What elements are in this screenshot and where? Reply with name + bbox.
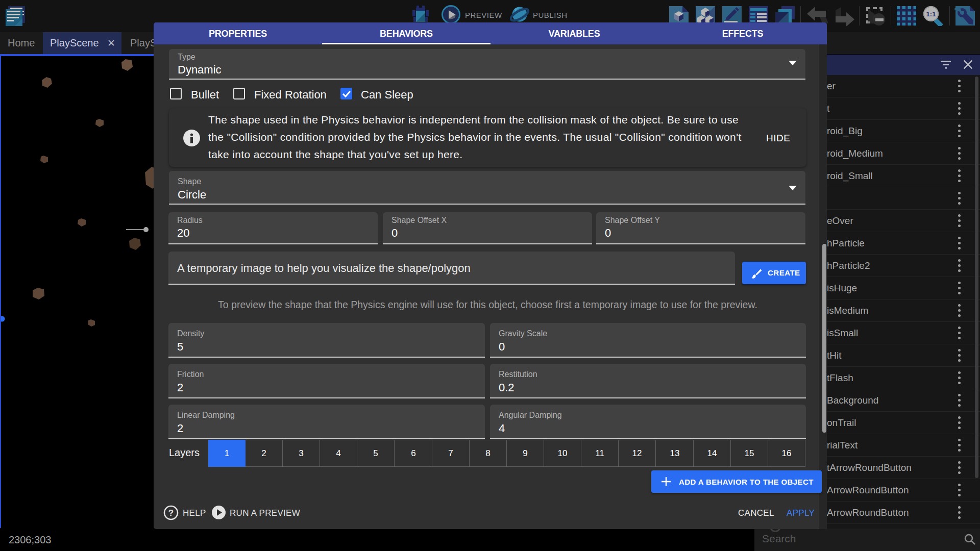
svg-text:?: ? xyxy=(168,508,174,518)
svg-text:1:1: 1:1 xyxy=(926,10,936,18)
